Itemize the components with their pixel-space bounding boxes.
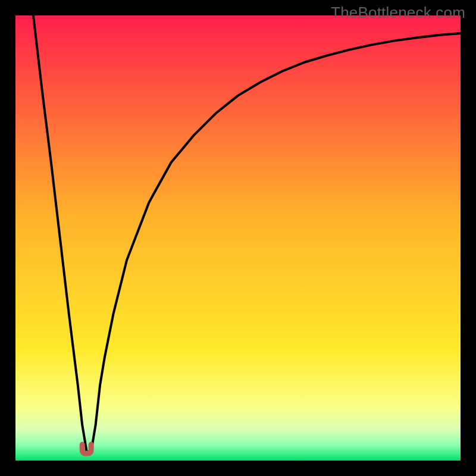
chart-stage: TheBottleneck.com <box>0 0 476 476</box>
bottleneck-chart <box>0 0 476 476</box>
watermark-text: TheBottleneck.com <box>331 4 465 22</box>
plot-area <box>15 15 461 461</box>
